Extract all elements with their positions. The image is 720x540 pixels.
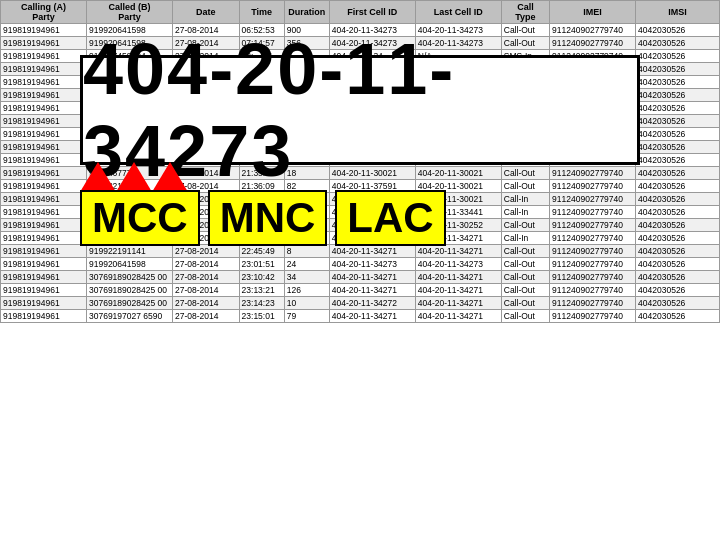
table-cell: 4042030526 bbox=[636, 89, 720, 102]
col-duration: Duration bbox=[284, 1, 329, 24]
table-cell: 404-20-11-34271 bbox=[329, 245, 415, 258]
table-cell: 919819194961 bbox=[1, 167, 87, 180]
table-cell: 919819194961 bbox=[1, 297, 87, 310]
table-cell: 911240902779740 bbox=[550, 258, 636, 271]
table-cell: 404-20-11-34271 bbox=[329, 271, 415, 284]
table-cell: 919819194961 bbox=[1, 37, 87, 50]
table-cell: 919819194961 bbox=[1, 284, 87, 297]
table-cell: 8 bbox=[284, 245, 329, 258]
table-cell: 919819194961 bbox=[1, 310, 87, 323]
table-cell: Call-In bbox=[501, 232, 549, 245]
col-imei: IMEI bbox=[550, 1, 636, 24]
table-cell: 4042030526 bbox=[636, 180, 720, 193]
table-cell: 404-20-11-34273 bbox=[329, 258, 415, 271]
table-cell: 911240902779740 bbox=[550, 232, 636, 245]
mcc-label: MCC bbox=[92, 194, 188, 242]
table-row: 91981919496191992219114127-08-201422:45:… bbox=[1, 245, 720, 258]
arrow-mnc bbox=[116, 162, 152, 192]
table-cell: 919922191141 bbox=[86, 245, 172, 258]
table-cell: 4042030526 bbox=[636, 37, 720, 50]
table-cell: 404-20-11-34271 bbox=[415, 271, 501, 284]
mnc-label: MNC bbox=[220, 194, 316, 242]
table-cell: 919819194961 bbox=[1, 245, 87, 258]
col-called: Called (B)Party bbox=[86, 1, 172, 24]
table-cell: 911240902779740 bbox=[550, 284, 636, 297]
table-row: 91981919496130769189028425 0027-08-20142… bbox=[1, 284, 720, 297]
table-cell: 30769189028425 00 bbox=[86, 284, 172, 297]
table-row: 91981919496130769197027 659027-08-201423… bbox=[1, 310, 720, 323]
lac-label-box: LAC bbox=[335, 190, 445, 246]
table-cell: Call-Out bbox=[501, 310, 549, 323]
mnc-label-box: MNC bbox=[208, 190, 328, 246]
col-call-type: CallType bbox=[501, 1, 549, 24]
table-cell: 4042030526 bbox=[636, 24, 720, 37]
table-cell: 4042030526 bbox=[636, 232, 720, 245]
table-row: 91981919496130769189028425 0027-08-20142… bbox=[1, 297, 720, 310]
table-cell: 919819194961 bbox=[1, 180, 87, 193]
big-number-box: 404-20-11-34273 bbox=[80, 55, 640, 165]
table-cell: 27-08-2014 bbox=[172, 310, 239, 323]
table-cell: 4042030526 bbox=[636, 50, 720, 63]
table-cell: Call-Out bbox=[501, 258, 549, 271]
arrows-row bbox=[80, 162, 640, 192]
table-cell: 919920641598 bbox=[86, 258, 172, 271]
table-cell: 30769189028425 00 bbox=[86, 271, 172, 284]
table-cell: 34 bbox=[284, 271, 329, 284]
table-cell: 919819194961 bbox=[1, 206, 87, 219]
table-cell: 30769197027 6590 bbox=[86, 310, 172, 323]
table-cell: 404-20-11-34271 bbox=[415, 297, 501, 310]
table-cell: 911240902779740 bbox=[550, 297, 636, 310]
table-cell: 23:01:51 bbox=[239, 258, 284, 271]
table-cell: 919819194961 bbox=[1, 219, 87, 232]
table-cell: 23:13:21 bbox=[239, 284, 284, 297]
table-cell: 4042030526 bbox=[636, 271, 720, 284]
table-cell: 404-20-11-34271 bbox=[415, 310, 501, 323]
table-cell: 919819194961 bbox=[1, 24, 87, 37]
arrow-mcc bbox=[80, 162, 116, 192]
table-cell: 4042030526 bbox=[636, 206, 720, 219]
table-cell: 4042030526 bbox=[636, 258, 720, 271]
table-cell: 919819194961 bbox=[1, 271, 87, 284]
table-cell: 911240902779740 bbox=[550, 310, 636, 323]
table-row: 91981919496191992064159827-08-201423:01:… bbox=[1, 258, 720, 271]
table-cell: 27-08-2014 bbox=[172, 245, 239, 258]
table-cell: 27-08-2014 bbox=[172, 284, 239, 297]
table-cell: 4042030526 bbox=[636, 128, 720, 141]
table-cell: 4042030526 bbox=[636, 102, 720, 115]
table-cell: 4042030526 bbox=[636, 115, 720, 128]
table-cell: Call-Out bbox=[501, 271, 549, 284]
table-cell: 27-08-2014 bbox=[172, 297, 239, 310]
table-cell: 4042030526 bbox=[636, 167, 720, 180]
table-cell: 919819194961 bbox=[1, 154, 87, 167]
table-cell: 4042030526 bbox=[636, 310, 720, 323]
table-cell: Call-Out bbox=[501, 245, 549, 258]
table-cell: 404-20-11-34271 bbox=[415, 284, 501, 297]
table-cell: 4042030526 bbox=[636, 63, 720, 76]
col-date: Date bbox=[172, 1, 239, 24]
table-cell: 919819194961 bbox=[1, 141, 87, 154]
table-cell: 911240902779740 bbox=[550, 219, 636, 232]
table-cell: 911240902779740 bbox=[550, 193, 636, 206]
table-cell: 919819194961 bbox=[1, 63, 87, 76]
table-cell: 27-08-2014 bbox=[172, 258, 239, 271]
table-cell: 23:15:01 bbox=[239, 310, 284, 323]
col-calling: Calling (A)Party bbox=[1, 1, 87, 24]
table-cell: 919819194961 bbox=[1, 193, 87, 206]
col-first-cell: First Cell ID bbox=[329, 1, 415, 24]
table-cell: 919819194961 bbox=[1, 102, 87, 115]
table-cell: 919819194961 bbox=[1, 115, 87, 128]
table-cell: 23:10:42 bbox=[239, 271, 284, 284]
table-cell: 911240902779740 bbox=[550, 206, 636, 219]
table-cell: 919819194961 bbox=[1, 76, 87, 89]
table-cell: 4042030526 bbox=[636, 284, 720, 297]
col-last-cell: Last Cell ID bbox=[415, 1, 501, 24]
table-cell: 4042030526 bbox=[636, 245, 720, 258]
label-boxes-row: MCC MNC LAC bbox=[80, 190, 500, 246]
table-cell: 79 bbox=[284, 310, 329, 323]
table-cell: 404-20-11-34271 bbox=[415, 245, 501, 258]
col-imsi: IMSI bbox=[636, 1, 720, 24]
mcc-label-box: MCC bbox=[80, 190, 200, 246]
main-container: Calling (A)Party Called (B)Party Date Ti… bbox=[0, 0, 720, 540]
table-cell: 24 bbox=[284, 258, 329, 271]
table-cell: 911240902779740 bbox=[550, 271, 636, 284]
